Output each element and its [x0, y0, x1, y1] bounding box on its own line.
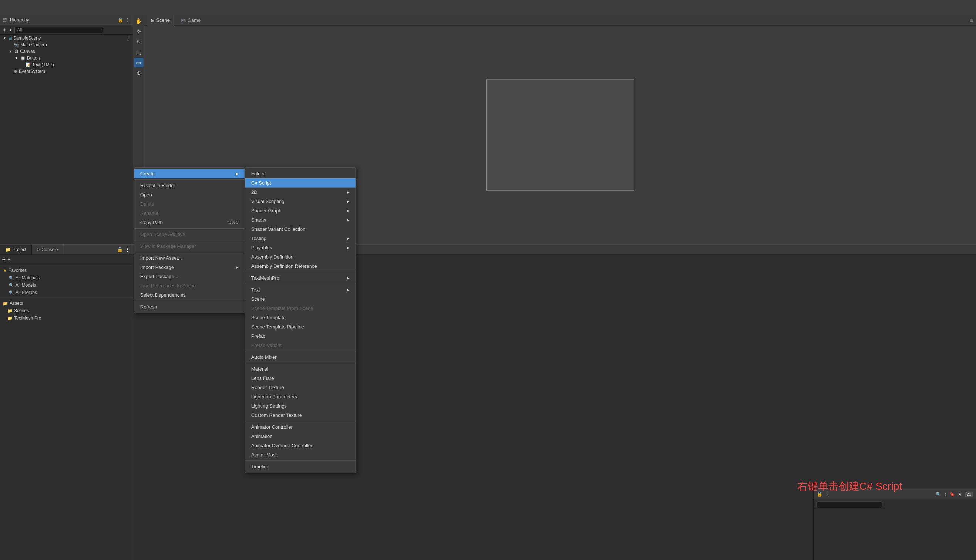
- hierarchy-search-bar: + ▼: [0, 25, 133, 35]
- menu-item-open[interactable]: Open: [134, 190, 245, 199]
- menu-item-animator-override[interactable]: Animator Override Controller: [245, 441, 355, 450]
- scene-toolbar-right: ≡: [970, 17, 973, 24]
- menu-item-testing[interactable]: Testing: [245, 234, 355, 243]
- menu-item-animator-controller[interactable]: Animator Controller: [245, 422, 355, 432]
- canvas-preview: [486, 80, 634, 190]
- lock-icon[interactable]: 🔒: [118, 17, 123, 23]
- menu-item-assembly-def-ref[interactable]: Assembly Definition Reference: [245, 262, 355, 271]
- hierarchy-item-label: EventSystem: [19, 69, 45, 74]
- menu-item-playables[interactable]: Playables: [245, 243, 355, 252]
- hierarchy-icon: ☰: [3, 17, 7, 23]
- menu-item-refresh[interactable]: Refresh: [134, 302, 245, 312]
- scene-tab[interactable]: ⊞ Scene: [147, 15, 174, 26]
- hierarchy-item-samplescene[interactable]: ▼ ⊞ SampleScene ⋮: [0, 35, 133, 42]
- menu-item-2d[interactable]: 2D: [245, 188, 355, 197]
- menu-item-scene[interactable]: Scene: [245, 295, 355, 304]
- menu-item-lens-flare[interactable]: Lens Flare: [245, 373, 355, 383]
- expand-icon: ▼: [3, 36, 6, 40]
- hierarchy-search-input[interactable]: [15, 27, 103, 33]
- game-tab[interactable]: 🎮 Game: [177, 15, 204, 26]
- menu-item-scene-template-pipeline[interactable]: Scene Template Pipeline: [245, 322, 355, 332]
- hierarchy-item-label: Canvas: [20, 49, 35, 54]
- hierarchy-item-canvas[interactable]: ▼ 🖼 Canvas: [6, 48, 133, 55]
- eventsystem-icon: ⚙: [14, 69, 17, 74]
- menu-item-view-package: View in Package Manager: [134, 242, 245, 251]
- hierarchy-item-text[interactable]: ▶ 📝 Text (TMP): [18, 62, 133, 68]
- hierarchy-item-label: SampleScene: [13, 35, 41, 41]
- menu-item-import-new[interactable]: Import New Asset...: [134, 253, 245, 263]
- canvas-icon: 🖼: [15, 49, 18, 53]
- hierarchy-item-eventsystem[interactable]: ▶ ⚙ EventSystem: [6, 68, 133, 75]
- tab-console[interactable]: > Console: [32, 245, 63, 255]
- add-btn[interactable]: +: [2, 256, 5, 263]
- more-icon2[interactable]: ⋮: [125, 247, 130, 252]
- menu-item-assembly-def[interactable]: Assembly Definition: [245, 252, 355, 262]
- hand-tool[interactable]: ✋: [134, 16, 143, 26]
- all-models-item[interactable]: 🔍 All Models: [0, 282, 133, 289]
- menu-item-audio-mixer[interactable]: Audio Mixer: [245, 352, 355, 362]
- menu-item-reveal-finder[interactable]: Reveal in Finder: [134, 181, 245, 190]
- menu-item-avatar-mask[interactable]: Avatar Mask: [245, 450, 355, 459]
- menu-item-textmeshpro[interactable]: TextMeshPro: [245, 273, 355, 283]
- lock-icon2[interactable]: 🔒: [117, 247, 123, 252]
- scene-toolbar: ⊞ Scene 🎮 Game ≡: [144, 15, 976, 26]
- menu-item-import-package[interactable]: Import Package: [134, 263, 245, 272]
- context-menu-left: Create Reveal in Finder Open Delete Rena…: [134, 167, 245, 313]
- context-menu-right: Folder C# Script 2D Visual Scripting Sha…: [245, 167, 356, 473]
- favorites-item[interactable]: ★ Favorites: [0, 267, 133, 274]
- search-icon4: 🔍: [9, 290, 14, 295]
- menu-item-timeline[interactable]: Timeline: [245, 462, 355, 471]
- menu-item-animation[interactable]: Animation: [245, 432, 355, 441]
- menu-item-lighting-settings[interactable]: Lighting Settings: [245, 401, 355, 410]
- item-menu-icon[interactable]: ⋮: [126, 36, 130, 41]
- rotate-tool[interactable]: ↻: [134, 37, 143, 47]
- menu-sep-r4: [245, 363, 355, 363]
- hierarchy-panel: ☰ Hierarchy 🔒 ⋮ + ▼ ▼ ⊞ SampleScene ⋮ ▶ …: [0, 15, 133, 244]
- menu-item-text[interactable]: Text: [245, 285, 355, 295]
- menu-item-create[interactable]: Create: [134, 169, 245, 178]
- assets-root-item[interactable]: 📂 Assets: [0, 300, 133, 307]
- menu-item-shader[interactable]: Shader: [245, 215, 355, 225]
- dropdown-icon[interactable]: ▼: [8, 28, 12, 32]
- rect-tool[interactable]: ▭: [134, 58, 143, 67]
- all-prefabs-item[interactable]: 🔍 All Prefabs: [0, 289, 133, 296]
- right-panel-search-input[interactable]: [817, 502, 883, 508]
- textmeshpro-item[interactable]: 📁 TextMesh Pro: [0, 314, 133, 322]
- menu-item-select-dependencies[interactable]: Select Dependencies: [134, 290, 245, 300]
- move-tool[interactable]: ✛: [134, 27, 143, 36]
- search-icon2: 🔍: [9, 275, 14, 280]
- scenes-item[interactable]: 📁 Scenes: [0, 307, 133, 314]
- transform-tool[interactable]: ⊕: [134, 68, 143, 78]
- menu-item-csharp[interactable]: C# Script: [245, 178, 355, 188]
- toggle-icon[interactable]: ↕: [944, 492, 946, 497]
- hierarchy-item-button[interactable]: ▼ 🔲 Button: [12, 55, 133, 62]
- bookmark-icon[interactable]: 🔖: [949, 492, 955, 497]
- menu-item-export-package[interactable]: Export Package...: [134, 272, 245, 281]
- hierarchy-item-maincamera[interactable]: ▶ 📷 Main Camera: [6, 42, 133, 48]
- menu-item-material[interactable]: Material: [245, 364, 355, 373]
- menu-item-folder[interactable]: Folder: [245, 169, 355, 178]
- menu-item-custom-render-texture[interactable]: Custom Render Texture: [245, 410, 355, 420]
- menu-item-lightmap-params[interactable]: Lightmap Parameters: [245, 392, 355, 401]
- folder-icon3: 📁: [7, 316, 13, 321]
- star-icon-rp[interactable]: ★: [958, 492, 962, 497]
- menu-item-shader-variant[interactable]: Shader Variant Collection: [245, 225, 355, 234]
- tab-project[interactable]: 📁 Project: [0, 245, 32, 255]
- menu-item-scene-template[interactable]: Scene Template: [245, 313, 355, 322]
- menu-item-shader-graph[interactable]: Shader Graph: [245, 206, 355, 215]
- menu-item-render-texture[interactable]: Render Texture: [245, 383, 355, 392]
- more-options-icon[interactable]: ≡: [970, 17, 973, 24]
- menu-item-visual-scripting[interactable]: Visual Scripting: [245, 197, 355, 206]
- console-icon: >: [37, 247, 40, 252]
- project-toolbar: + ▼: [0, 255, 133, 265]
- search-rp[interactable]: 🔍: [936, 492, 941, 497]
- menu-item-prefab[interactable]: Prefab: [245, 332, 355, 341]
- menu-item-copy-path[interactable]: Copy Path ⌥⌘C: [134, 218, 245, 227]
- more-icon[interactable]: ⋮: [125, 17, 130, 23]
- scale-tool[interactable]: ⬚: [134, 47, 143, 57]
- add-icon[interactable]: +: [3, 27, 6, 33]
- button-icon: 🔲: [20, 56, 25, 61]
- all-materials-item[interactable]: 🔍 All Materials: [0, 274, 133, 282]
- menu-item-rename: Rename: [134, 208, 245, 218]
- dropdown-btn[interactable]: ▼: [7, 257, 11, 262]
